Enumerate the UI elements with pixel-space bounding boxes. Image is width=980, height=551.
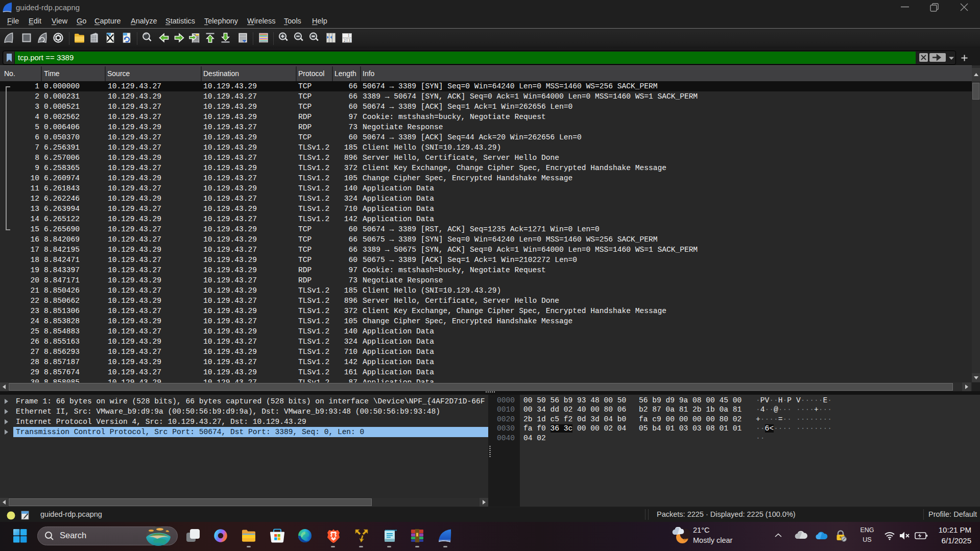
svg-text:2: 2 [344, 38, 346, 43]
svg-text:1: 1 [348, 33, 350, 38]
svg-text:3: 3 [348, 38, 350, 43]
